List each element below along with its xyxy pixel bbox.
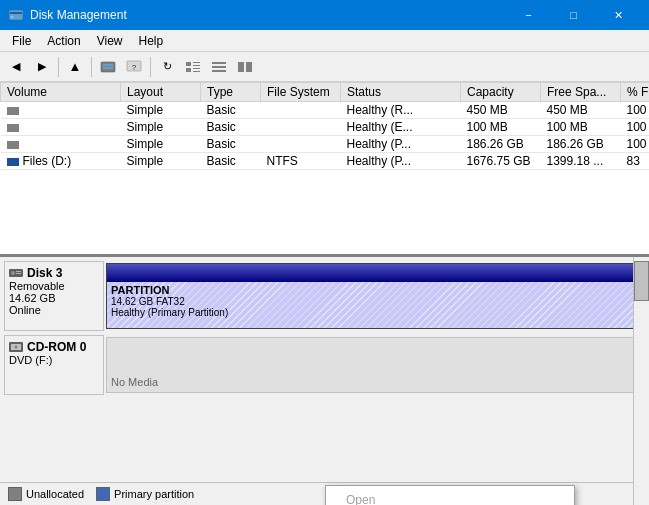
help-button-1[interactable]: ? bbox=[122, 55, 146, 79]
cell-fs bbox=[261, 102, 341, 119]
cell-capacity: 450 MB bbox=[461, 102, 541, 119]
cell-fs: NTFS bbox=[261, 153, 341, 170]
legend-unalloc-label: Unallocated bbox=[26, 488, 84, 500]
legend-primary-label: Primary partition bbox=[114, 488, 194, 500]
col-header-status[interactable]: Status bbox=[341, 83, 461, 102]
disk-panels[interactable]: Disk 3 Removable 14.62 GB Online PARTITI… bbox=[0, 257, 649, 505]
disk3-partition-status: Healthy (Primary Partition) bbox=[111, 307, 638, 318]
legend-primary: Primary partition bbox=[96, 487, 194, 501]
svg-rect-4 bbox=[103, 64, 113, 66]
scrollbar-thumb[interactable] bbox=[634, 261, 649, 301]
table-scroll[interactable]: Volume Layout Type File System Status Ca… bbox=[0, 82, 649, 254]
cell-free: 450 MB bbox=[541, 102, 621, 119]
table-row[interactable]: SimpleBasicHealthy (E...100 MB100 MB100 bbox=[1, 119, 650, 136]
cdrom-sublabel: DVD (F:) bbox=[9, 354, 99, 366]
cdrom-no-media-block: No Media bbox=[106, 337, 643, 393]
view-button-2[interactable] bbox=[207, 55, 231, 79]
cell-pct: 100 bbox=[621, 136, 650, 153]
window-controls[interactable]: − □ ✕ bbox=[506, 0, 641, 30]
cell-capacity: 1676.75 GB bbox=[461, 153, 541, 170]
close-button[interactable]: ✕ bbox=[596, 0, 641, 30]
refresh-button[interactable]: ↻ bbox=[155, 55, 179, 79]
cell-type: Basic bbox=[201, 102, 261, 119]
toolbar-separator-2 bbox=[91, 57, 92, 77]
main-content: Volume Layout Type File System Status Ca… bbox=[0, 82, 649, 505]
svg-rect-5 bbox=[103, 67, 113, 69]
menu-file[interactable]: File bbox=[4, 32, 39, 50]
cell-layout: Simple bbox=[121, 102, 201, 119]
cell-pct: 83 bbox=[621, 153, 650, 170]
maximize-button[interactable]: □ bbox=[551, 0, 596, 30]
svg-point-25 bbox=[15, 346, 18, 349]
title-bar-title: Disk Management bbox=[30, 8, 127, 22]
svg-rect-10 bbox=[193, 65, 200, 66]
menu-bar: File Action View Help bbox=[0, 30, 649, 52]
cell-capacity: 100 MB bbox=[461, 119, 541, 136]
svg-rect-1 bbox=[10, 12, 22, 14]
volume-table: Volume Layout Type File System Status Ca… bbox=[0, 82, 649, 170]
col-header-capacity[interactable]: Capacity bbox=[461, 83, 541, 102]
cell-fs bbox=[261, 136, 341, 153]
cell-volume bbox=[1, 119, 121, 136]
svg-rect-13 bbox=[193, 71, 200, 72]
cell-pct: 100 bbox=[621, 102, 650, 119]
table-row[interactable]: SimpleBasicHealthy (P...186.26 GB186.26 … bbox=[1, 136, 650, 153]
col-header-pct[interactable]: % F bbox=[621, 83, 650, 102]
cell-type: Basic bbox=[201, 136, 261, 153]
disk-button[interactable] bbox=[96, 55, 120, 79]
svg-rect-0 bbox=[9, 10, 23, 20]
cell-capacity: 186.26 GB bbox=[461, 136, 541, 153]
cell-layout: Simple bbox=[121, 153, 201, 170]
cell-volume bbox=[1, 102, 121, 119]
legend-primary-box bbox=[96, 487, 110, 501]
cell-free: 1399.18 ... bbox=[541, 153, 621, 170]
col-header-freespace[interactable]: Free Spa... bbox=[541, 83, 621, 102]
cdrom-partitions: No Media bbox=[104, 335, 645, 395]
disk3-size: 14.62 GB bbox=[9, 292, 99, 304]
back-button[interactable]: ◀ bbox=[4, 55, 28, 79]
disk3-name: Disk 3 bbox=[27, 266, 62, 280]
svg-rect-21 bbox=[16, 271, 21, 272]
menu-help[interactable]: Help bbox=[131, 32, 172, 50]
svg-rect-8 bbox=[186, 62, 191, 66]
menu-action[interactable]: Action bbox=[39, 32, 88, 50]
app-icon bbox=[8, 7, 24, 23]
toolbar-separator-1 bbox=[58, 57, 59, 77]
menu-view[interactable]: View bbox=[89, 32, 131, 50]
table-row[interactable]: SimpleBasicHealthy (R...450 MB450 MB100 bbox=[1, 102, 650, 119]
view-button-3[interactable] bbox=[233, 55, 257, 79]
vertical-scrollbar[interactable] bbox=[633, 257, 649, 505]
ctx-open[interactable]: Open bbox=[326, 489, 574, 505]
disk3-partition-size: 14.62 GB FAT32 bbox=[111, 296, 638, 307]
col-header-fs[interactable]: File System bbox=[261, 83, 341, 102]
disk-row-cdrom: CD-ROM 0 DVD (F:) No Media bbox=[4, 335, 645, 395]
disk3-icon bbox=[9, 267, 23, 279]
svg-rect-14 bbox=[212, 62, 226, 64]
legend-unalloc-box bbox=[8, 487, 22, 501]
toolbar: ◀ ▶ ▲ ? ↻ bbox=[0, 52, 649, 82]
volume-icon bbox=[7, 124, 19, 132]
forward-button[interactable]: ▶ bbox=[30, 55, 54, 79]
view-button[interactable] bbox=[181, 55, 205, 79]
up-button[interactable]: ▲ bbox=[63, 55, 87, 79]
minimize-button[interactable]: − bbox=[506, 0, 551, 30]
disk3-partition[interactable]: PARTITION 14.62 GB FAT32 Healthy (Primar… bbox=[106, 263, 643, 329]
col-header-volume[interactable]: Volume bbox=[1, 83, 121, 102]
col-header-layout[interactable]: Layout bbox=[121, 83, 201, 102]
cell-fs bbox=[261, 119, 341, 136]
legend-unalloc: Unallocated bbox=[8, 487, 84, 501]
volume-icon bbox=[7, 107, 19, 115]
disk3-partition-label: PARTITION bbox=[111, 284, 638, 296]
context-menu: Open Explore Mark Partition as Active Ch… bbox=[325, 485, 575, 505]
cdrom-no-media: No Media bbox=[111, 376, 158, 388]
col-header-type[interactable]: Type bbox=[201, 83, 261, 102]
cell-type: Basic bbox=[201, 119, 261, 136]
disk3-status: Online bbox=[9, 304, 99, 316]
cell-layout: Simple bbox=[121, 119, 201, 136]
disk-row-disk3: Disk 3 Removable 14.62 GB Online PARTITI… bbox=[4, 261, 645, 331]
table-row[interactable]: Files (D:)SimpleBasicNTFSHealthy (P...16… bbox=[1, 153, 650, 170]
svg-rect-9 bbox=[193, 62, 200, 63]
cell-status: Healthy (R... bbox=[341, 102, 461, 119]
svg-rect-15 bbox=[212, 66, 226, 68]
disk3-partition-content: PARTITION 14.62 GB FAT32 Healthy (Primar… bbox=[107, 282, 642, 328]
